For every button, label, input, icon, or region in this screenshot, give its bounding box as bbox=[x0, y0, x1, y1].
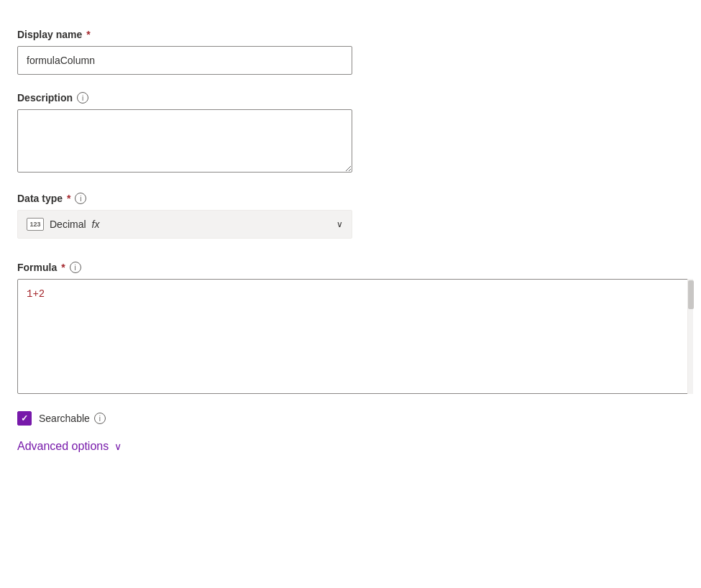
formula-info-icon[interactable]: i bbox=[70, 262, 81, 273]
display-name-input[interactable] bbox=[17, 46, 352, 75]
advanced-options-label: Advanced options bbox=[17, 440, 109, 453]
formula-scrollbar-thumb bbox=[688, 280, 694, 309]
formula-wrapper: 1+2 bbox=[17, 279, 693, 394]
formula-content-text: 1+2 bbox=[27, 288, 45, 300]
data-type-dropdown[interactable]: 123 Decimal fx ∨ bbox=[17, 210, 352, 239]
data-type-numeric-icon: 123 bbox=[27, 218, 44, 231]
advanced-options-link[interactable]: Advanced options ∨ bbox=[17, 440, 684, 453]
advanced-options-chevron-icon: ∨ bbox=[114, 441, 122, 452]
searchable-row: ✓ Searchable i bbox=[17, 411, 684, 426]
formula-required: * bbox=[61, 262, 65, 273]
checkbox-checkmark-icon: ✓ bbox=[21, 414, 28, 423]
description-input[interactable] bbox=[17, 109, 352, 173]
display-name-required: * bbox=[86, 29, 90, 40]
data-type-selected-text: Decimal bbox=[50, 219, 86, 230]
description-label: Description i bbox=[17, 92, 391, 104]
searchable-info-icon[interactable]: i bbox=[94, 413, 106, 424]
data-type-info-icon[interactable]: i bbox=[75, 193, 86, 204]
formula-field: Formula * i 1+2 bbox=[17, 262, 684, 394]
data-type-label-text: Data type bbox=[17, 193, 63, 204]
display-name-label: Display name * bbox=[17, 29, 391, 40]
searchable-checkbox[interactable]: ✓ bbox=[17, 411, 32, 426]
data-type-label: Data type * i bbox=[17, 193, 391, 204]
formula-label-text: Formula bbox=[17, 262, 57, 273]
display-name-field: Display name * bbox=[17, 29, 391, 75]
description-label-text: Description bbox=[17, 92, 73, 104]
description-info-icon[interactable]: i bbox=[77, 92, 88, 104]
data-type-required: * bbox=[67, 193, 70, 204]
formula-scrollbar[interactable] bbox=[687, 279, 693, 394]
data-type-chevron-icon: ∨ bbox=[336, 219, 343, 229]
searchable-label-text: Searchable bbox=[39, 413, 90, 424]
data-type-select-left: 123 Decimal fx bbox=[27, 218, 99, 231]
description-field: Description i bbox=[17, 92, 391, 175]
data-type-fx-symbol: fx bbox=[92, 219, 100, 230]
display-name-label-text: Display name bbox=[17, 29, 82, 40]
formula-label: Formula * i bbox=[17, 262, 684, 273]
formula-display-area[interactable]: 1+2 bbox=[17, 279, 693, 394]
data-type-field: Data type * i 123 Decimal fx ∨ bbox=[17, 193, 391, 239]
searchable-label: Searchable i bbox=[39, 413, 106, 424]
form-container: Display name * Description i Data type *… bbox=[17, 23, 391, 262]
